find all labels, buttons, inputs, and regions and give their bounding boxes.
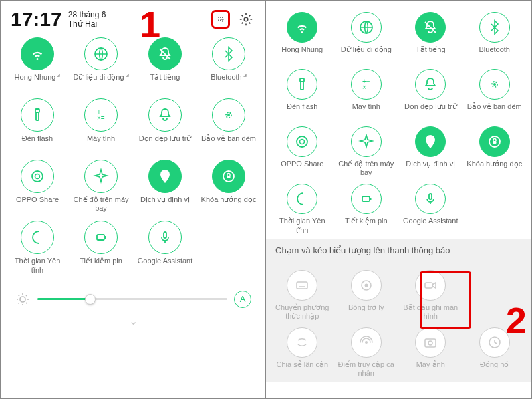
location-icon[interactable] (415, 126, 446, 157)
tile-flashlight[interactable]: Đèn flash (5, 97, 69, 156)
tile-label: Bóng trợ lý (348, 303, 384, 321)
tile-bluetooth[interactable]: Bluetooth◢ (197, 36, 261, 94)
tile-calc[interactable]: Máy tính (334, 68, 399, 124)
tile-night[interactable]: Bảo vệ ban đêm (197, 97, 261, 156)
settings-button[interactable] (237, 10, 255, 29)
airplane-icon[interactable] (351, 126, 382, 157)
tile-label: Khóa hướng dọc (201, 196, 257, 213)
tile-near[interactable]: Chia sẻ lân cận (270, 326, 334, 382)
flashlight-icon[interactable] (287, 69, 317, 100)
tile-wifi[interactable]: Hong Nhung◢ (5, 36, 69, 94)
bluetooth-icon[interactable] (212, 37, 245, 70)
tile-location[interactable]: Dịch vụ định vị (398, 125, 463, 181)
tile-share[interactable]: OPPO Share (5, 158, 69, 217)
tile-label: Chuyển phương thức nhập (273, 303, 331, 321)
tile-calc[interactable]: Máy tính (69, 97, 133, 156)
tile-moon[interactable]: Thời gian Yên tĩnh (270, 182, 334, 238)
lock-rot-icon[interactable] (479, 126, 510, 157)
tile-battery[interactable]: Tiết kiệm pin (69, 219, 133, 278)
tile-wifi[interactable]: Hong Nhung (270, 11, 334, 66)
moon-icon[interactable] (287, 184, 317, 214)
tile-battery[interactable]: Tiết kiệm pin (334, 182, 399, 238)
tile-night[interactable]: Bảo vệ ban đêm (463, 68, 527, 124)
tile-label: Chế độ trên máy bay (72, 196, 130, 213)
tile-camera[interactable]: Máy ảnh (398, 326, 463, 382)
tile-label: Điểm truy cập cá nhân (337, 360, 396, 378)
bell-icon[interactable] (148, 98, 182, 132)
tile-label: Tắt tiếng (150, 73, 180, 90)
globe-icon[interactable] (351, 12, 382, 43)
tile-mic[interactable]: Google Assistant (133, 219, 197, 278)
tile-label: Dịch vụ định vị (140, 196, 190, 213)
wifi-icon[interactable] (287, 12, 317, 43)
clock-icon[interactable] (479, 327, 510, 358)
tile-mic[interactable]: Google Assistant (398, 182, 463, 238)
drag-instruction: Chạm và kéo biểu tượng lên thanh thông b… (266, 239, 531, 259)
near-icon[interactable] (287, 327, 317, 358)
wifi-icon[interactable] (21, 37, 54, 70)
globe-icon[interactable] (84, 37, 118, 70)
lock-rot-icon[interactable] (212, 160, 245, 193)
tile-airplane[interactable]: Chế độ trên máy bay (69, 158, 133, 217)
drag-handle[interactable]: ⌄ (1, 311, 265, 331)
tile-label: Máy ảnh (416, 360, 445, 378)
flashlight-icon[interactable] (21, 98, 54, 132)
tile-share[interactable]: OPPO Share (270, 125, 334, 181)
brightness-slider[interactable] (37, 298, 227, 300)
tile-keyboard[interactable]: Chuyển phương thức nhập (270, 269, 334, 325)
calc-icon[interactable] (351, 69, 382, 100)
bell-icon[interactable] (415, 69, 446, 100)
night-icon[interactable] (212, 98, 245, 132)
share-icon[interactable] (21, 160, 54, 193)
keyboard-icon[interactable] (287, 270, 317, 301)
tile-globe[interactable]: Dữ liệu di động◢ (69, 36, 133, 94)
tile-label: Chế độ trên máy bay (337, 160, 396, 177)
bell-off-icon[interactable] (415, 12, 446, 43)
tile-label: Bảo vệ ban đêm (467, 102, 522, 120)
annotation-1: 1 (140, 3, 160, 46)
mic-icon[interactable] (415, 184, 446, 214)
tile-lock-rot[interactable]: Khóa hướng dọc (463, 125, 527, 181)
clock-time: 17:17 (11, 8, 62, 31)
location-icon[interactable] (148, 160, 182, 193)
battery-icon[interactable] (351, 184, 382, 214)
dot-icon[interactable] (351, 270, 382, 301)
bluetooth-icon[interactable] (479, 12, 510, 43)
tile-label: Máy tính (352, 102, 380, 120)
tile-hotspot[interactable]: Điểm truy cập cá nhân (334, 326, 399, 382)
mic-icon[interactable] (148, 221, 182, 254)
tile-bell[interactable]: Dọn dẹp lưu trữ (133, 97, 197, 156)
edit-tiles-button[interactable] (211, 10, 230, 29)
tile-globe[interactable]: Dữ liệu di động (334, 11, 399, 66)
camera-icon[interactable] (415, 327, 446, 358)
quick-settings-panel-step2: Hong NhungDữ liệu di độngTắt tiếngBlueto… (266, 1, 531, 398)
tile-label: Đèn flash (287, 102, 317, 120)
moon-icon[interactable] (21, 221, 54, 254)
tile-label: Google Assistant (403, 217, 458, 234)
tile-label: Thời gian Yên tĩnh (273, 217, 331, 234)
tile-moon[interactable]: Thời gian Yên tĩnh (5, 219, 69, 278)
tile-label: Hong Nhung◢ (15, 73, 61, 90)
tile-location[interactable]: Dịch vụ định vị (133, 158, 197, 217)
hotspot-icon[interactable] (351, 327, 382, 358)
tile-label: OPPO Share (16, 196, 59, 213)
tile-label: Thời gian Yên tĩnh (8, 257, 66, 274)
tile-dot[interactable]: Bóng trợ lý (334, 269, 399, 325)
battery-icon[interactable] (84, 221, 118, 254)
tile-airplane[interactable]: Chế độ trên máy bay (334, 125, 399, 181)
calc-icon[interactable] (84, 98, 118, 132)
tile-label: Dịch vụ định vị (406, 160, 455, 177)
tile-label: Google Assistant (138, 257, 193, 274)
night-icon[interactable] (479, 69, 510, 100)
tile-label: Đồng hồ (480, 360, 509, 378)
tile-flashlight[interactable]: Đèn flash (270, 68, 334, 124)
tile-bluetooth[interactable]: Bluetooth (463, 11, 527, 66)
airplane-icon[interactable] (84, 160, 118, 193)
tile-bell-off[interactable]: Tắt tiếng (398, 11, 463, 66)
share-icon[interactable] (287, 126, 317, 157)
tile-label: Bluetooth (479, 45, 510, 63)
tile-lock-rot[interactable]: Khóa hướng dọc (197, 158, 261, 217)
tile-label: Dọn dẹp lưu trữ (404, 102, 457, 120)
auto-brightness-toggle[interactable]: A (234, 291, 251, 308)
tile-bell[interactable]: Dọn dẹp lưu trữ (398, 68, 463, 124)
